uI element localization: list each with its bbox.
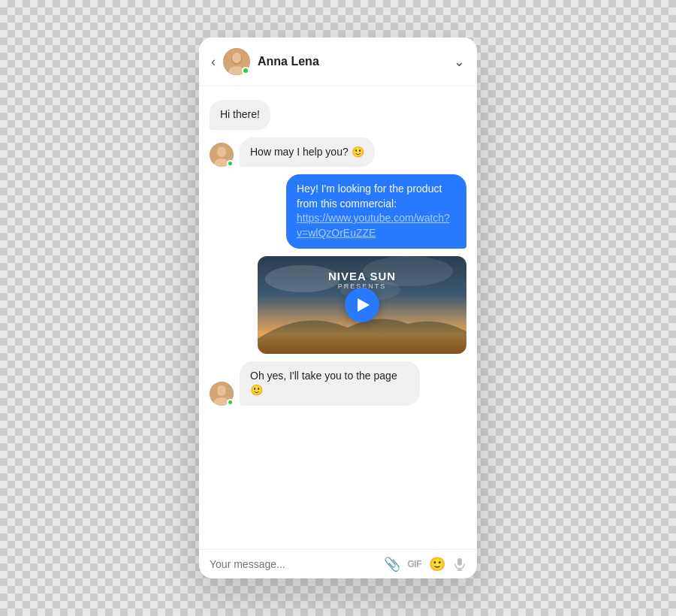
online-indicator (227, 399, 234, 406)
attachment-icon[interactable]: 📎 (384, 557, 400, 571)
emoji-icon[interactable]: 🙂 (429, 557, 445, 571)
chat-window: ‹ Anna Lena ⌄ Hi there! (199, 38, 477, 578)
sender-avatar-wrap (210, 382, 234, 406)
message-input[interactable] (210, 558, 375, 570)
message-bubble: Hey! I'm looking for the product from th… (286, 174, 466, 248)
video-preview[interactable]: NIVEA SUN PRESENTS (258, 256, 466, 354)
online-indicator (242, 67, 249, 74)
message-row: How may I help you? 🙂 (210, 137, 466, 168)
message-row: Hey! I'm looking for the product from th… (210, 174, 466, 248)
youtube-link[interactable]: https://www.youtube.com/watch?v=wlQzOrEu… (297, 212, 450, 239)
message-row: NIVEA SUN PRESENTS (210, 256, 466, 354)
svg-rect-14 (457, 558, 462, 566)
video-brand-overlay: NIVEA SUN PRESENTS (258, 270, 466, 290)
chat-header: ‹ Anna Lena ⌄ (199, 38, 477, 86)
header-avatar-wrap (223, 48, 250, 75)
contact-name: Anna Lena (258, 55, 454, 68)
play-button[interactable] (345, 288, 379, 322)
svg-point-3 (232, 53, 241, 63)
message-row: Hi there! (210, 100, 466, 130)
message-bubble: Oh yes, I'll take you to the page 🙂 (240, 361, 420, 406)
input-icons: 📎 GIF 🙂 (384, 557, 467, 571)
online-indicator (227, 160, 234, 167)
play-icon (358, 298, 370, 312)
input-area: 📎 GIF 🙂 (199, 549, 477, 578)
message-bubble: Hi there! (210, 100, 270, 130)
svg-point-6 (217, 146, 226, 157)
sender-avatar-wrap (210, 143, 234, 167)
gif-button[interactable]: GIF (408, 560, 422, 569)
message-row: Oh yes, I'll take you to the page 🙂 (210, 361, 466, 406)
chevron-down-icon[interactable]: ⌄ (454, 53, 465, 70)
message-bubble: How may I help you? 🙂 (240, 137, 375, 168)
back-button[interactable]: ‹ (211, 55, 216, 68)
messages-area: Hi there! How may I help you? 🙂 Hey! I'm… (199, 86, 477, 549)
video-brand-text: NIVEA SUN (258, 270, 466, 282)
microphone-icon[interactable] (453, 557, 466, 571)
svg-point-12 (217, 385, 226, 396)
